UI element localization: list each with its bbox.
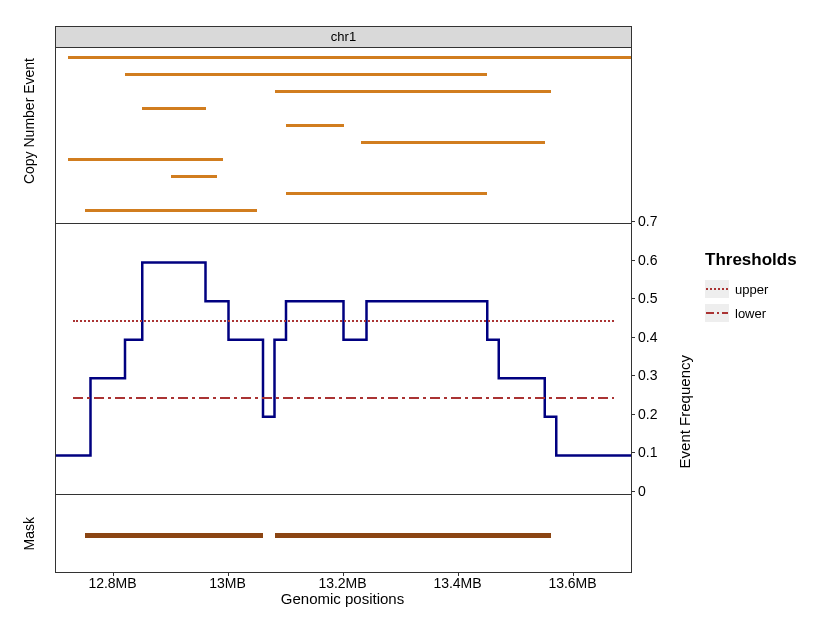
mask-segment [85, 533, 263, 538]
y-tick-label: 0.5 [638, 290, 657, 306]
legend-title: Thresholds [705, 250, 825, 270]
panel-label-cne: Copy Number Event [21, 58, 37, 184]
legend-swatch-upper [705, 280, 729, 298]
x-tick-label: 13MB [209, 575, 246, 591]
legend-item-lower: lower [705, 302, 825, 324]
chart-container: chr1 Copy Number Event Mask 12.8MB13MB13… [10, 10, 830, 610]
legend-item-upper: upper [705, 278, 825, 300]
x-tick-label: 12.8MB [88, 575, 136, 591]
strip-header: chr1 [56, 27, 631, 48]
plot-area: chr1 Copy Number Event Mask [55, 26, 632, 573]
y-tick-label: 0.2 [638, 406, 657, 422]
x-axis-label: Genomic positions [55, 590, 630, 607]
mask-segment [275, 533, 551, 538]
y-tick-label: 0.6 [638, 252, 657, 268]
panel-mask: Mask [56, 495, 631, 575]
threshold-lower-line [56, 397, 631, 401]
y-tick-label: 0.1 [638, 444, 657, 460]
x-tick-label: 13.4MB [433, 575, 481, 591]
cne-event-bar [171, 175, 217, 178]
cne-event-bar [286, 192, 487, 195]
legend: Thresholds upper lower [705, 250, 825, 326]
legend-label-upper: upper [735, 282, 768, 297]
cne-event-bar [85, 209, 258, 212]
x-tick-label: 13.6MB [548, 575, 596, 591]
threshold-upper-line [73, 320, 614, 322]
cne-event-bar [68, 158, 223, 161]
strip-label: chr1 [331, 29, 356, 44]
y-axis-right-label: Event Frequency [676, 355, 693, 468]
y-tick-label: 0.4 [638, 329, 657, 345]
cne-event-bar [68, 56, 632, 59]
legend-swatch-lower [705, 304, 729, 322]
x-tick-label: 13.2MB [318, 575, 366, 591]
cne-event-bar [142, 107, 205, 110]
cne-event-bar [286, 124, 344, 127]
y-tick-label: 0 [638, 483, 646, 499]
y-tick-label: 0.7 [638, 213, 657, 229]
panel-event-frequency [56, 224, 631, 495]
cne-event-bar [361, 141, 545, 144]
legend-label-lower: lower [735, 306, 766, 321]
cne-event-bar [125, 73, 487, 76]
y-tick-label: 0.3 [638, 367, 657, 383]
panel-label-mask: Mask [21, 517, 37, 550]
panel-copy-number-event: Copy Number Event [56, 48, 631, 224]
cne-event-bar [275, 90, 551, 93]
